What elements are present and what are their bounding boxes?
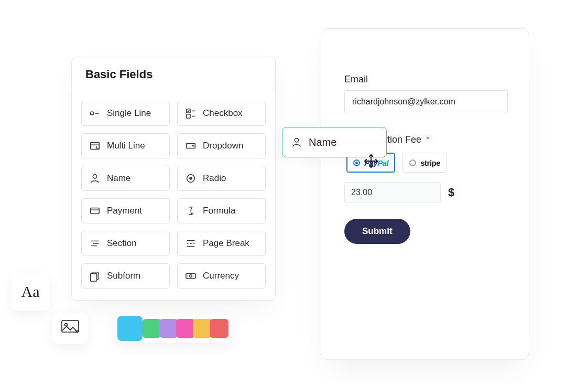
image-tool[interactable] bbox=[52, 313, 88, 344]
svg-rect-24 bbox=[91, 273, 97, 281]
svg-point-33 bbox=[65, 324, 68, 326]
dragging-field-label: Name bbox=[309, 136, 336, 148]
payment-option-stripe[interactable]: stripe bbox=[402, 153, 447, 173]
dropdown-icon bbox=[185, 140, 197, 152]
panel-body: Single Line Checkbox Multi Line Dropdown bbox=[72, 91, 275, 300]
field-label: Formula bbox=[203, 206, 235, 216]
svg-rect-0 bbox=[91, 112, 94, 115]
basic-fields-panel: Basic Fields Single Line Checkbox Multi … bbox=[71, 57, 276, 301]
person-icon bbox=[291, 136, 302, 148]
field-label: Single Line bbox=[107, 108, 151, 119]
color-swatch[interactable] bbox=[176, 319, 195, 338]
field-payment[interactable]: Payment bbox=[81, 198, 170, 223]
svg-point-29 bbox=[295, 138, 298, 142]
svg-point-11 bbox=[189, 177, 192, 180]
field-label: Payment bbox=[107, 206, 142, 216]
section-icon bbox=[89, 238, 101, 249]
image-icon bbox=[61, 320, 79, 337]
field-name[interactable]: Name bbox=[81, 166, 170, 191]
radio-icon bbox=[185, 173, 197, 184]
currency-icon bbox=[185, 270, 197, 282]
multi-line-icon bbox=[89, 140, 101, 152]
formula-icon: x bbox=[185, 205, 197, 217]
field-dropdown[interactable]: Dropdown bbox=[177, 133, 266, 158]
field-label: Dropdown bbox=[203, 141, 244, 151]
font-glyph: Aa bbox=[21, 283, 40, 301]
currency-symbol: $ bbox=[448, 186, 454, 199]
payment-icon bbox=[89, 205, 101, 217]
dragging-field-ghost[interactable]: Name bbox=[282, 127, 387, 157]
single-line-icon bbox=[89, 108, 101, 119]
svg-text:x: x bbox=[192, 211, 194, 216]
form-preview-card: Email stration Fee * PayPal stripe $ Sub… bbox=[321, 28, 529, 360]
field-label: Name bbox=[107, 173, 130, 184]
color-swatch[interactable] bbox=[193, 319, 212, 338]
field-label: Section bbox=[107, 238, 137, 249]
field-section[interactable]: Section bbox=[81, 231, 170, 256]
field-label: Page Break bbox=[203, 238, 249, 249]
radio-icon bbox=[409, 159, 416, 166]
email-label: Email bbox=[344, 74, 507, 85]
field-formula[interactable]: x Formula bbox=[177, 198, 266, 223]
svg-point-28 bbox=[193, 275, 194, 276]
email-field[interactable] bbox=[344, 90, 508, 113]
stripe-logo: stripe bbox=[420, 158, 440, 167]
color-swatch[interactable] bbox=[159, 319, 178, 338]
svg-point-27 bbox=[187, 275, 188, 276]
registration-fee-label: stration Fee * bbox=[372, 134, 507, 145]
required-asterisk: * bbox=[426, 134, 430, 145]
amount-field[interactable] bbox=[344, 182, 441, 203]
svg-point-26 bbox=[190, 275, 192, 278]
field-checkbox[interactable]: Checkbox bbox=[177, 101, 266, 126]
panel-title: Basic Fields bbox=[72, 57, 275, 91]
person-icon bbox=[89, 173, 101, 184]
field-page-break[interactable]: Page Break bbox=[177, 231, 266, 256]
checkbox-icon bbox=[185, 108, 197, 119]
paypal-logo: PayPal bbox=[364, 158, 388, 167]
field-label: Checkbox bbox=[203, 108, 243, 119]
field-label: Subform bbox=[107, 271, 140, 281]
color-swatch[interactable] bbox=[143, 319, 161, 338]
svg-rect-3 bbox=[187, 114, 190, 118]
field-label: Multi Line bbox=[107, 141, 145, 151]
field-subform[interactable]: Subform bbox=[81, 263, 170, 289]
subform-icon bbox=[89, 270, 101, 282]
field-radio[interactable]: Radio bbox=[177, 166, 266, 191]
radio-icon bbox=[353, 159, 360, 166]
color-swatch[interactable] bbox=[210, 319, 228, 338]
field-label: Currency bbox=[203, 271, 239, 281]
field-multi-line[interactable]: Multi Line bbox=[81, 133, 170, 158]
field-single-line[interactable]: Single Line bbox=[81, 101, 170, 126]
svg-rect-12 bbox=[91, 208, 100, 214]
field-currency[interactable]: Currency bbox=[177, 263, 266, 289]
color-swatch-strip bbox=[115, 314, 231, 343]
color-swatch[interactable] bbox=[117, 316, 143, 341]
svg-point-9 bbox=[93, 175, 96, 178]
page-break-icon bbox=[185, 238, 197, 249]
font-style-tool[interactable]: Aa bbox=[12, 273, 49, 311]
submit-button[interactable]: Submit bbox=[344, 219, 410, 244]
field-label: Radio bbox=[203, 173, 226, 184]
